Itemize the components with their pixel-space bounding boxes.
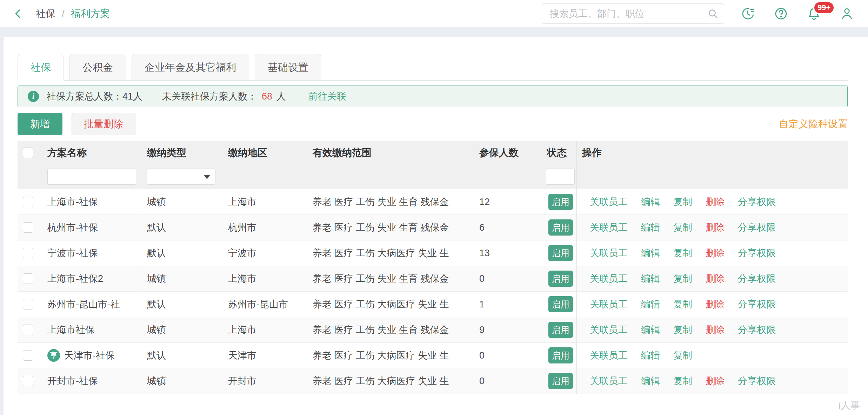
actions-cell: 关联员工编辑复制删除分享权限 [576, 189, 848, 215]
table-header-row: 方案名称 缴纳类型 缴纳地区 有效缴纳范围 参保人数 状态 操作 [18, 141, 848, 164]
edit-action-link[interactable]: 编辑 [641, 324, 660, 336]
go-relate-link[interactable]: 前往关联 [308, 90, 346, 103]
relate-action-link[interactable]: 关联员工 [590, 375, 628, 387]
scope-cell: 养老 医疗 工伤 失业 生育 残保金 [309, 215, 472, 240]
edit-action-link[interactable]: 编辑 [641, 221, 660, 234]
status-filter-input[interactable] [546, 169, 575, 185]
actions-cell: 关联员工编辑复制删除分享权限 [576, 292, 848, 317]
actions-cell: 关联员工编辑复制删除分享权限 [576, 266, 848, 291]
relate-action-link[interactable]: 关联员工 [590, 196, 628, 208]
row-checkbox[interactable] [23, 273, 33, 284]
tab-social-insurance[interactable]: 社保 [18, 54, 64, 81]
scope-cell: 养老 医疗 工伤 大病医疗 失业 生 [309, 368, 472, 394]
copy-action-link[interactable]: 复制 [673, 349, 692, 362]
plan-name: 上海市社保 [47, 324, 95, 336]
chevron-left-icon [12, 7, 25, 20]
name-filter-input[interactable] [47, 169, 136, 185]
copy-action-link[interactable]: 复制 [673, 247, 692, 259]
region-cell: 上海市 [225, 266, 309, 291]
pay-type-cell: 默认 [140, 215, 225, 240]
delete-action-link[interactable]: 删除 [706, 247, 725, 259]
relate-action-link[interactable]: 关联员工 [590, 349, 628, 362]
batch-delete-button[interactable]: 批量删除 [72, 113, 135, 135]
row-checkbox[interactable] [23, 325, 33, 335]
edit-action-link[interactable]: 编辑 [641, 196, 660, 208]
actions-cell: 关联员工编辑复制删除分享权限 [576, 240, 848, 266]
share-action-link[interactable]: 分享权限 [738, 324, 776, 336]
back-button[interactable] [11, 7, 25, 21]
tab-housing-fund[interactable]: 公积金 [69, 54, 126, 81]
edit-action-link[interactable]: 编辑 [641, 247, 660, 259]
row-checkbox[interactable] [23, 299, 33, 309]
content-area: 社保公积金企业年金及其它福利基础设置 i 社保方案总人数： 41人 未关联社保方… [0, 37, 868, 415]
help-icon[interactable] [774, 7, 788, 21]
share-action-link[interactable]: 分享权限 [738, 247, 776, 259]
col-header-scope: 有效缴纳范围 [309, 141, 472, 164]
edit-action-link[interactable]: 编辑 [641, 298, 660, 311]
plan-name: 宁波市-社保 [47, 247, 98, 259]
breadcrumb-separator: / [62, 8, 65, 19]
relate-action-link[interactable]: 关联员工 [590, 324, 628, 336]
search-box [542, 4, 724, 24]
share-action-link[interactable]: 分享权限 [738, 221, 776, 234]
user-icon[interactable] [840, 7, 854, 21]
pay-type-filter-select[interactable] [147, 169, 215, 185]
search-input[interactable] [542, 4, 724, 24]
share-action-link[interactable]: 分享权限 [738, 298, 776, 311]
row-checkbox[interactable] [23, 222, 33, 233]
search-icon[interactable] [707, 8, 719, 19]
caret-down-icon [204, 175, 210, 179]
copy-action-link[interactable]: 复制 [673, 324, 692, 336]
row-checkbox[interactable] [23, 248, 33, 258]
copy-action-link[interactable]: 复制 [673, 221, 692, 234]
row-checkbox[interactable] [23, 350, 33, 361]
share-action-link[interactable]: 分享权限 [738, 196, 776, 208]
breadcrumb-parent[interactable]: 社保 [36, 7, 55, 20]
select-all-checkbox[interactable] [23, 148, 33, 158]
history-clock-icon[interactable] [741, 7, 755, 21]
tab-annuity-other-benefits[interactable]: 企业年金及其它福利 [132, 54, 249, 81]
custom-insurance-settings-link[interactable]: 自定义险种设置 [779, 117, 848, 131]
share-action-link[interactable]: 分享权限 [738, 272, 776, 285]
unlinked-count-label: 未关联社保方案人数： [162, 90, 257, 103]
edit-action-link[interactable]: 编辑 [641, 272, 660, 285]
share-action-link[interactable]: 分享权限 [738, 375, 776, 387]
topbar-icons: 99+ [741, 7, 859, 21]
col-header-region: 缴纳地区 [225, 141, 309, 164]
delete-action-link[interactable]: 删除 [706, 298, 725, 311]
status-badge: 启用 [548, 373, 573, 389]
notification-badge: 99+ [813, 1, 835, 14]
total-count-label: 社保方案总人数： [47, 90, 122, 103]
status-badge: 启用 [548, 271, 573, 287]
delete-action-link[interactable]: 删除 [706, 272, 725, 285]
relate-action-link[interactable]: 关联员工 [590, 247, 628, 259]
row-checkbox[interactable] [23, 197, 33, 207]
copy-action-link[interactable]: 复制 [673, 375, 692, 387]
edit-action-link[interactable]: 编辑 [641, 349, 660, 362]
plan-name: 天津市-社保 [64, 349, 115, 362]
relate-action-link[interactable]: 关联员工 [590, 272, 628, 285]
topbar: 社保 / 福利方案 99+ [0, 0, 868, 27]
relate-action-link[interactable]: 关联员工 [590, 298, 628, 311]
delete-action-link[interactable]: 删除 [706, 324, 725, 336]
unlinked-count-value: 68 [262, 91, 272, 102]
pay-type-cell: 城镇 [140, 266, 225, 291]
row-checkbox[interactable] [23, 376, 33, 386]
region-cell: 上海市 [225, 317, 309, 342]
delete-action-link[interactable]: 删除 [706, 375, 725, 387]
delete-action-link[interactable]: 删除 [706, 221, 725, 234]
tab-basic-settings[interactable]: 基础设置 [255, 54, 321, 81]
status-cell: 启用 [539, 292, 576, 317]
delete-action-link[interactable]: 删除 [706, 196, 725, 208]
scope-cell: 养老 医疗 工伤 大病医疗 失业 生 [309, 343, 472, 368]
copy-action-link[interactable]: 复制 [673, 298, 692, 311]
edit-action-link[interactable]: 编辑 [641, 375, 660, 387]
add-button[interactable]: 新增 [18, 113, 62, 135]
pay-type-cell: 城镇 [140, 189, 225, 215]
table-row: 杭州市-社保默认杭州市养老 医疗 工伤 失业 生育 残保金6启用关联员工编辑复制… [18, 215, 848, 240]
relate-action-link[interactable]: 关联员工 [590, 221, 628, 234]
copy-action-link[interactable]: 复制 [673, 196, 692, 208]
col-header-name: 方案名称 [39, 141, 140, 164]
notifications-button[interactable]: 99+ [807, 7, 821, 21]
copy-action-link[interactable]: 复制 [673, 272, 692, 285]
